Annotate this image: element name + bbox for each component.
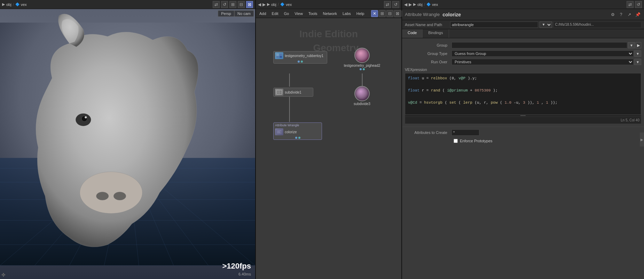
param-group-type-btn[interactable]: ▼ <box>634 50 641 57</box>
prop-pin-icon[interactable]: 📌 <box>634 11 641 18</box>
ng-refresh-icon[interactable]: ↺ <box>392 1 399 8</box>
prop-asset-path: C:/hfs/18.5.596/houdini... <box>553 22 642 28</box>
node-wrangle-dots <box>274 136 322 140</box>
prop-context-icon: ▶ <box>413 2 416 7</box>
viewport-sync-icon[interactable]: ⇄ <box>213 1 220 8</box>
nodegraph-canvas[interactable]: Indie Edition Geometry testgeometry_ <box>256 18 401 279</box>
prop-gear-icon[interactable]: ⚙ <box>609 11 616 18</box>
ng-tool-icon-select[interactable]: ✕ <box>371 10 378 17</box>
ng-menu-edit[interactable]: Edit <box>270 11 280 16</box>
pig-head-svg <box>0 9 255 279</box>
node-pighead[interactable]: testgeometry_pighead2 <box>345 48 379 70</box>
vex-line-blank2 <box>408 94 638 100</box>
ng-menu-network[interactable]: Network <box>322 11 338 16</box>
viewport-grid-icon1[interactable]: ⊞ <box>229 1 236 8</box>
node-subdivide1[interactable]: subdivide1 <box>273 88 313 97</box>
param-run-over-row: Run Over Primitives ▼ <box>402 58 644 66</box>
svg-rect-26 <box>280 54 282 56</box>
svg-rect-28 <box>280 56 282 58</box>
ng-tool-icon-layout2[interactable]: ⊟ <box>386 10 393 17</box>
svg-point-17 <box>96 192 109 200</box>
tab-code[interactable]: Code <box>402 29 423 38</box>
enforce-prototypes-checkbox[interactable] <box>454 139 458 143</box>
param-run-over-select[interactable]: Primitives <box>451 59 634 65</box>
vex-status-ln-col: Ln 5, Col 40 <box>621 118 639 122</box>
node-wrangle-label: colorize <box>285 130 297 134</box>
param-group-type-select[interactable]: Guess from Group <box>451 50 634 57</box>
param-group-type-label: Group Type <box>405 51 450 56</box>
camera-button[interactable]: No cam <box>234 10 254 17</box>
ng-menu-view[interactable]: View <box>293 11 304 16</box>
prop-help-icon[interactable]: ? <box>618 11 625 18</box>
enforce-prototypes-label: Enforce Prototypes <box>460 139 493 143</box>
prop-expand-icon[interactable]: ↗ <box>626 11 633 18</box>
prop-back-btn[interactable]: ◀ <box>404 2 407 7</box>
prop-file-icon: 🔷 <box>426 2 431 6</box>
nodegraph-panel: ◀ ▶ ▶ obj / 🔷 vex ⇄ ↺ Add Edit Go View T… <box>256 0 402 279</box>
ng-menu-labs[interactable]: Labs <box>341 11 352 16</box>
ng-menu-add[interactable]: Add <box>258 11 268 16</box>
node-subdivide3[interactable]: subdivide3 <box>345 86 379 106</box>
param-group-dropdown-btn[interactable]: ▼ <box>628 42 635 48</box>
prop-asset-dropdown[interactable]: ▼ <box>540 22 552 28</box>
ng-sync-icon[interactable]: ⇄ <box>384 1 391 8</box>
prop-refresh-icon[interactable]: ↺ <box>635 1 642 8</box>
param-run-over-label: Run Over <box>405 60 450 64</box>
viewport-file-icon: 🔷 <box>15 2 19 6</box>
param-run-over-container: Primitives ▼ <box>451 59 641 65</box>
ng-menu-help[interactable]: Help <box>355 11 366 16</box>
viewport-refresh-icon[interactable]: ↺ <box>221 1 228 8</box>
node-icon-subdivide1 <box>275 89 283 96</box>
param-group-input[interactable] <box>451 42 627 48</box>
node-rubbertoy-dots <box>274 60 327 63</box>
fps-display: >120fps <box>222 262 251 271</box>
attr-create-label: Attributes to Create <box>405 130 450 135</box>
prop-asset-name-input[interactable] <box>450 22 538 28</box>
prop-forward-btn[interactable]: ▶ <box>409 2 412 7</box>
ng-tool-icon-layout3[interactable]: ⊠ <box>394 10 401 17</box>
vex-line-3: v@Cd = hsvtorgb ( set ( lerp (u, r, pow … <box>408 100 638 106</box>
ng-tool-icon-layout1[interactable]: ⊞ <box>379 10 386 17</box>
param-run-over-btn[interactable]: ▼ <box>634 59 641 65</box>
corner-icon: ✤ <box>1 272 6 278</box>
node-wrangle-colorize[interactable]: Attribute Wrangle colorize <box>273 122 322 140</box>
attr-create-input[interactable] <box>451 129 479 136</box>
perspective-button[interactable]: Persp <box>218 10 234 17</box>
svg-point-18 <box>113 192 126 200</box>
param-group-row: Group ▼ ▶ <box>402 41 644 49</box>
tab-bindings[interactable]: Bindings <box>423 29 449 38</box>
node-wrangle-type-label: Attribute Wrangle <box>274 123 322 128</box>
ng-menu-go[interactable]: Go <box>283 11 291 16</box>
prop-node-type: Attribute Wrangle <box>405 12 440 17</box>
vex-editor[interactable]: float u = relbbox (0, v@P ).y; float r =… <box>405 73 641 115</box>
viewport-file-label: vex <box>21 2 27 7</box>
properties-topbar: ◀ ▶ ▶ obj / 🔷 vex ⇄ ↺ <box>402 0 644 9</box>
prop-asset-name-label: Asset Name and Path <box>405 23 450 27</box>
properties-header: Attribute Wrangle colorize ⚙ ? ↗ 📌 <box>402 9 644 20</box>
viewport-grid-icon2[interactable]: ⊟ <box>238 1 245 8</box>
viewport-topbar: ▶ obj / 🔷 vex ⇄ ↺ ⊞ ⊟ ⊠ <box>0 0 255 9</box>
prop-sep: / <box>424 2 425 7</box>
ng-sep: / <box>278 2 279 7</box>
enforce-prototypes-row: Enforce Prototypes <box>402 137 644 145</box>
ng-back-btn[interactable]: ◀ <box>258 2 261 7</box>
ng-menu-tools[interactable]: Tools <box>307 11 319 16</box>
nodegraph-topbar: ◀ ▶ ▶ obj / 🔷 vex ⇄ ↺ <box>256 0 401 9</box>
prop-expand-handle[interactable]: ▶ <box>640 133 644 146</box>
ng-file-icon: 🔷 <box>280 2 284 6</box>
prop-sync-icon[interactable]: ⇄ <box>627 1 634 8</box>
prop-header-icons: ⚙ ? ↗ 📌 <box>609 11 641 18</box>
ng-forward-btn[interactable]: ▶ <box>262 2 266 7</box>
node-rubbertoy-label: testgeometry_rubbertoy1 <box>285 54 323 58</box>
prop-asset-value-container: ▼ C:/hfs/18.5.596/houdini... <box>450 22 641 28</box>
attr-create-row: Attributes to Create <box>402 128 644 137</box>
vex-line-1: float u = relbbox (0, v@P ).y; <box>408 75 638 82</box>
vex-label: VEXpression <box>405 67 641 72</box>
param-group-type-container: Guess from Group ▼ <box>451 50 641 57</box>
viewport-canvas[interactable]: Persp No cam >120fps 6.40ms ✤ <box>0 9 255 279</box>
prop-context-label: obj <box>417 2 423 7</box>
node-pighead-label: testgeometry_pighead2 <box>344 64 380 67</box>
node-rubbertoy[interactable]: testgeometry_rubbertoy1 <box>273 51 327 64</box>
param-group-arrow-btn[interactable]: ▶ <box>636 42 641 48</box>
viewport-display-icon[interactable]: ⊠ <box>246 1 253 8</box>
